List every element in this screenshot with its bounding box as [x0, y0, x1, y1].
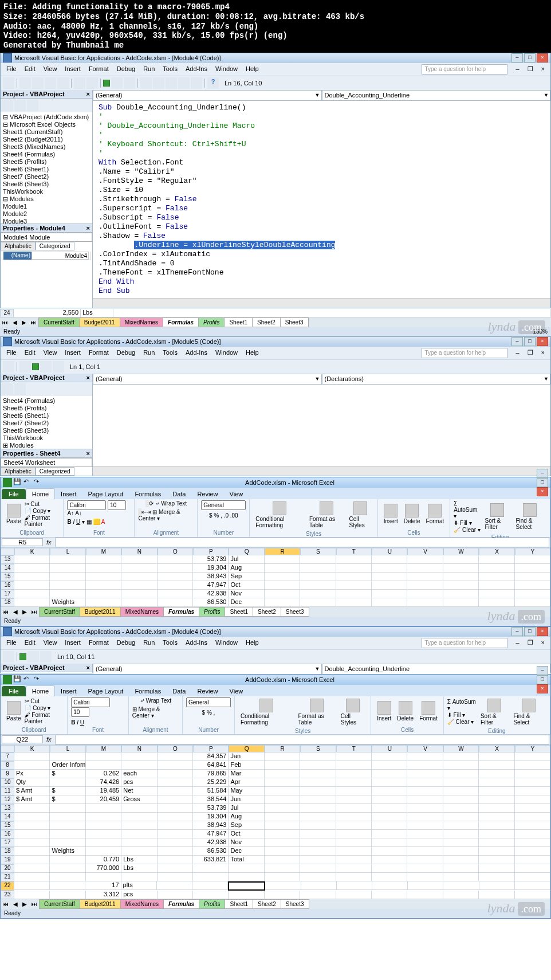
cell[interactable] [158, 752, 193, 761]
cell[interactable]: 25,229 [193, 778, 229, 787]
cell[interactable] [265, 598, 300, 607]
clear-button[interactable]: 🧹 Clear ▾ [447, 719, 477, 725]
currency-icon[interactable]: $ [209, 512, 212, 519]
cell[interactable] [14, 761, 50, 770]
font-name-combo[interactable] [71, 697, 110, 707]
menu-file[interactable]: File [3, 64, 20, 75]
menu-format[interactable]: Format [85, 348, 112, 358]
prop-name-value[interactable]: Module4 [32, 252, 89, 260]
menu-window[interactable]: Window [212, 64, 241, 75]
cell[interactable]: Dec [229, 847, 264, 856]
cell[interactable] [121, 564, 157, 573]
cell[interactable] [265, 847, 300, 856]
cell[interactable]: Jun [229, 795, 264, 804]
cell[interactable] [50, 573, 85, 581]
tab-formulas[interactable]: Formulas [163, 899, 199, 909]
cell[interactable] [515, 761, 550, 770]
cell[interactable] [479, 856, 514, 864]
autosum-button[interactable]: Σ AutoSum ▾ [454, 500, 481, 519]
cell[interactable] [515, 873, 550, 881]
cell[interactable] [86, 590, 121, 598]
tab-alphabetic[interactable]: Alphabetic [1, 467, 36, 476]
excel-icon[interactable] [3, 675, 12, 684]
cell[interactable] [14, 821, 50, 830]
name-box[interactable]: R5 [2, 538, 43, 546]
cell[interactable] [228, 881, 265, 891]
cell[interactable] [265, 881, 301, 890]
cell[interactable] [515, 838, 550, 847]
close-button[interactable]: × [537, 53, 548, 62]
cell[interactable] [336, 847, 372, 856]
cell[interactable] [372, 847, 407, 856]
procedure-combo[interactable]: (Declarations)▼ [322, 374, 551, 385]
cell[interactable] [158, 873, 193, 881]
props-object-combo[interactable]: Module4 Module [1, 233, 92, 242]
tab-profits[interactable]: Profits [199, 607, 225, 617]
sheet-nav-next-icon[interactable]: ▶ [20, 901, 29, 907]
cell[interactable] [336, 830, 372, 838]
cell[interactable]: Total [229, 856, 264, 864]
tab-currentstaff[interactable]: CurrentStaff [39, 607, 80, 617]
cell[interactable]: 47,947 [193, 830, 229, 838]
tab-profits[interactable]: Profits [198, 317, 225, 327]
hscrollbar[interactable] [93, 298, 550, 308]
paste-button[interactable]: Paste [4, 700, 23, 723]
cell[interactable]: Mar [229, 770, 264, 778]
reset-icon[interactable] [40, 651, 52, 663]
menu-file[interactable]: File [3, 348, 20, 358]
cell[interactable] [121, 590, 157, 598]
cell[interactable]: May [229, 787, 264, 795]
cell[interactable] [265, 838, 300, 847]
tab-insert[interactable]: Insert [55, 686, 82, 696]
cell[interactable] [265, 752, 300, 761]
menu-window[interactable]: Window [212, 638, 241, 648]
menu-debug[interactable]: Debug [113, 64, 139, 75]
tab-pagelayout[interactable]: Page Layout [82, 489, 129, 499]
cell[interactable] [407, 891, 443, 899]
view-code-icon[interactable] [2, 383, 13, 395]
break-icon[interactable] [111, 77, 123, 89]
help-icon[interactable]: ? [207, 77, 219, 89]
cell[interactable]: 19,304 [193, 564, 229, 573]
cell[interactable] [300, 564, 336, 573]
menu-addins[interactable]: Add-Ins [182, 638, 211, 648]
cell[interactable]: 86,530 [193, 847, 229, 856]
sort-filter-button[interactable]: Sort & Filter [478, 697, 510, 727]
cell[interactable]: Feb [229, 761, 264, 770]
table-row[interactable]: 1419,304Aug [1, 813, 550, 821]
tab-profits[interactable]: Profits [199, 899, 225, 909]
cell[interactable] [336, 581, 372, 590]
cell[interactable] [443, 864, 479, 873]
cell[interactable] [158, 581, 193, 590]
cell[interactable] [300, 573, 336, 581]
cell[interactable] [336, 864, 372, 873]
cell[interactable]: 84,357 [193, 752, 229, 761]
cell[interactable] [479, 795, 514, 804]
cell[interactable] [443, 795, 479, 804]
cell[interactable] [86, 581, 121, 590]
cell[interactable] [300, 891, 336, 899]
maximize-button[interactable]: □ [524, 337, 536, 346]
table-row[interactable]: 2217plts [1, 881, 550, 891]
cell[interactable] [50, 830, 85, 838]
cell[interactable] [50, 813, 85, 821]
cell[interactable]: 38,943 [193, 573, 229, 581]
cell[interactable] [443, 573, 479, 581]
cell[interactable] [479, 891, 514, 899]
fmt-table-button[interactable]: Format as Table [307, 500, 345, 530]
cell[interactable] [86, 873, 121, 881]
cell[interactable] [443, 873, 479, 881]
cell[interactable] [300, 838, 336, 847]
cell[interactable]: 19,485 [86, 787, 121, 795]
fill-button[interactable]: ⬇ Fill ▾ [447, 712, 477, 718]
cell[interactable] [50, 564, 85, 573]
help-search[interactable]: Type a question for help [422, 638, 507, 648]
cell[interactable] [515, 847, 550, 856]
tab-sheet3[interactable]: Sheet3 [280, 317, 309, 327]
cell[interactable] [515, 752, 550, 761]
run-icon[interactable] [19, 653, 26, 660]
procedure-combo[interactable]: Double_Accounting_Underline▼ [322, 90, 551, 101]
name-box[interactable]: Q22 [2, 735, 43, 743]
cut-button[interactable]: ✂ Cut [25, 698, 64, 704]
view-object-icon[interactable] [14, 100, 26, 111]
